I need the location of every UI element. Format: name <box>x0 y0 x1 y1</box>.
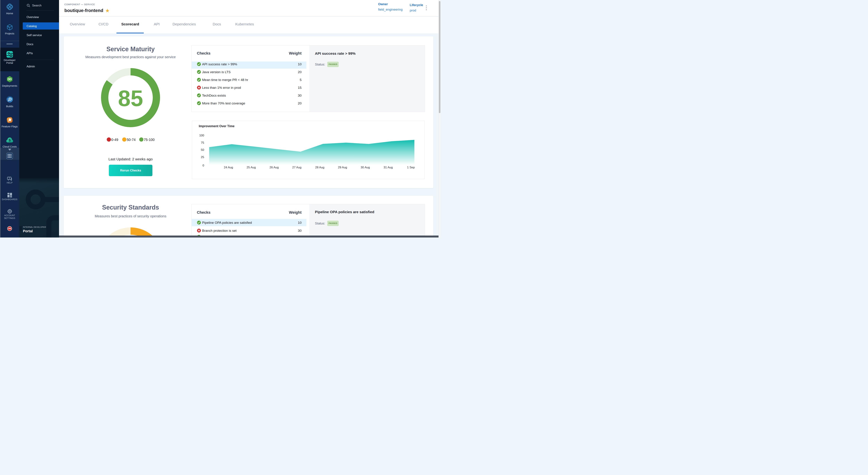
svg-text:?: ? <box>8 177 10 180</box>
svg-text:$: $ <box>9 138 11 142</box>
svg-text:85: 85 <box>118 86 143 111</box>
